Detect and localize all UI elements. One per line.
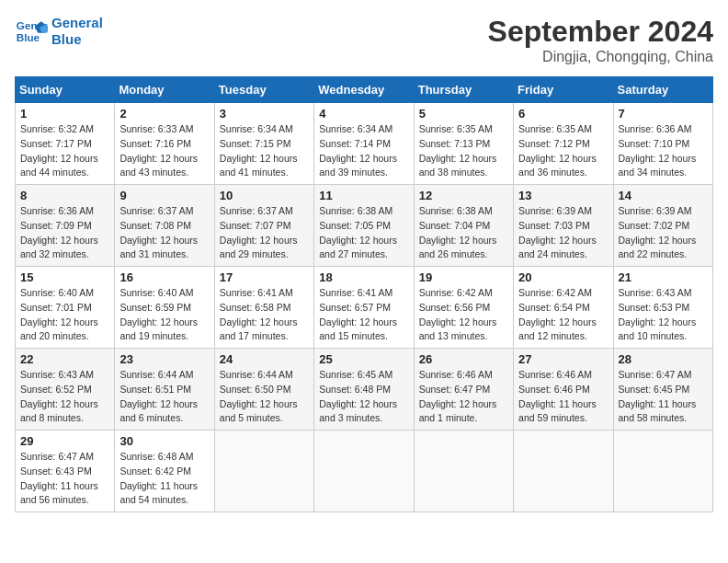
calendar-week-row: 22Sunrise: 6:43 AM Sunset: 6:52 PM Dayli…: [16, 349, 713, 431]
calendar-week-row: 1Sunrise: 6:32 AM Sunset: 7:17 PM Daylig…: [16, 103, 713, 185]
calendar-cell: 16Sunrise: 6:40 AM Sunset: 6:59 PM Dayli…: [115, 267, 214, 349]
calendar-table: SundayMondayTuesdayWednesdayThursdayFrid…: [15, 76, 713, 512]
calendar-cell: 5Sunrise: 6:35 AM Sunset: 7:13 PM Daylig…: [414, 103, 513, 185]
day-number: 26: [419, 352, 508, 366]
day-number: 6: [518, 107, 608, 121]
calendar-cell: 4Sunrise: 6:34 AM Sunset: 7:14 PM Daylig…: [314, 103, 414, 185]
calendar-cell: 1Sunrise: 6:32 AM Sunset: 7:17 PM Daylig…: [16, 103, 115, 185]
day-number: 5: [419, 107, 508, 121]
day-number: 30: [119, 434, 209, 448]
day-number: 25: [319, 352, 408, 366]
calendar-week-row: 29Sunrise: 6:47 AM Sunset: 6:43 PM Dayli…: [16, 431, 713, 512]
title-block: September 2024 Dingjia, Chongqing, China: [488, 15, 713, 65]
calendar-cell: 8Sunrise: 6:36 AM Sunset: 7:09 PM Daylig…: [16, 185, 115, 267]
day-info: Sunrise: 6:39 AM Sunset: 7:03 PM Dayligh…: [518, 204, 608, 262]
day-number: 24: [220, 352, 309, 366]
logo-text-blue: Blue: [51, 31, 103, 48]
day-info: Sunrise: 6:47 AM Sunset: 6:45 PM Dayligh…: [619, 368, 708, 426]
calendar-cell: 28Sunrise: 6:47 AM Sunset: 6:45 PM Dayli…: [613, 349, 712, 431]
day-number: 17: [220, 270, 309, 284]
weekday-header: Monday: [115, 77, 214, 103]
calendar-cell: 29Sunrise: 6:47 AM Sunset: 6:43 PM Dayli…: [16, 431, 115, 512]
logo-text-general: General: [51, 15, 103, 31]
day-number: 29: [20, 434, 109, 448]
day-info: Sunrise: 6:39 AM Sunset: 7:02 PM Dayligh…: [619, 204, 708, 262]
calendar-cell: 22Sunrise: 6:43 AM Sunset: 6:52 PM Dayli…: [16, 349, 115, 431]
day-info: Sunrise: 6:35 AM Sunset: 7:12 PM Dayligh…: [518, 122, 608, 180]
day-info: Sunrise: 6:38 AM Sunset: 7:05 PM Dayligh…: [319, 204, 408, 262]
calendar-cell: 24Sunrise: 6:44 AM Sunset: 6:50 PM Dayli…: [214, 349, 313, 431]
calendar-cell: 18Sunrise: 6:41 AM Sunset: 6:57 PM Dayli…: [314, 267, 414, 349]
weekday-header: Wednesday: [314, 77, 414, 103]
day-number: 8: [20, 189, 109, 202]
day-info: Sunrise: 6:37 AM Sunset: 7:07 PM Dayligh…: [220, 204, 309, 262]
calendar-cell: [613, 431, 712, 512]
day-info: Sunrise: 6:45 AM Sunset: 6:48 PM Dayligh…: [319, 368, 408, 426]
day-info: Sunrise: 6:43 AM Sunset: 6:52 PM Dayligh…: [20, 368, 109, 426]
day-number: 3: [220, 107, 309, 121]
calendar-cell: 30Sunrise: 6:48 AM Sunset: 6:42 PM Dayli…: [115, 431, 214, 512]
day-number: 23: [119, 352, 209, 366]
day-number: 16: [119, 270, 209, 284]
calendar-header-row: SundayMondayTuesdayWednesdayThursdayFrid…: [16, 77, 713, 103]
day-info: Sunrise: 6:33 AM Sunset: 7:16 PM Dayligh…: [119, 122, 209, 180]
day-info: Sunrise: 6:46 AM Sunset: 6:47 PM Dayligh…: [419, 368, 508, 426]
day-number: 21: [619, 270, 708, 284]
logo-icon: General Blue: [15, 15, 48, 48]
day-info: Sunrise: 6:34 AM Sunset: 7:15 PM Dayligh…: [220, 122, 309, 180]
calendar-cell: 13Sunrise: 6:39 AM Sunset: 7:03 PM Dayli…: [514, 185, 613, 267]
weekday-header: Friday: [514, 77, 613, 103]
day-info: Sunrise: 6:36 AM Sunset: 7:10 PM Dayligh…: [619, 122, 708, 180]
calendar-cell: 27Sunrise: 6:46 AM Sunset: 6:46 PM Dayli…: [514, 349, 613, 431]
day-number: 14: [619, 189, 708, 202]
day-number: 13: [518, 189, 608, 202]
day-info: Sunrise: 6:41 AM Sunset: 6:58 PM Dayligh…: [220, 286, 309, 344]
day-info: Sunrise: 6:43 AM Sunset: 6:53 PM Dayligh…: [619, 286, 708, 344]
day-number: 9: [119, 189, 209, 202]
day-info: Sunrise: 6:40 AM Sunset: 6:59 PM Dayligh…: [119, 286, 209, 344]
calendar-cell: 17Sunrise: 6:41 AM Sunset: 6:58 PM Dayli…: [214, 267, 313, 349]
day-number: 4: [319, 107, 408, 121]
location-title: Dingjia, Chongqing, China: [488, 49, 713, 65]
day-number: 1: [20, 107, 109, 121]
calendar-cell: 11Sunrise: 6:38 AM Sunset: 7:05 PM Dayli…: [314, 185, 414, 267]
day-number: 19: [419, 270, 508, 284]
day-number: 18: [319, 270, 408, 284]
calendar-cell: 25Sunrise: 6:45 AM Sunset: 6:48 PM Dayli…: [314, 349, 414, 431]
day-number: 22: [20, 352, 109, 366]
day-info: Sunrise: 6:38 AM Sunset: 7:04 PM Dayligh…: [419, 204, 508, 262]
calendar-cell: 20Sunrise: 6:42 AM Sunset: 6:54 PM Dayli…: [514, 267, 613, 349]
calendar-cell: 2Sunrise: 6:33 AM Sunset: 7:16 PM Daylig…: [115, 103, 214, 185]
day-info: Sunrise: 6:42 AM Sunset: 6:54 PM Dayligh…: [518, 286, 608, 344]
calendar-cell: 7Sunrise: 6:36 AM Sunset: 7:10 PM Daylig…: [613, 103, 712, 185]
calendar-cell: [214, 431, 313, 512]
weekday-header: Sunday: [16, 77, 115, 103]
day-number: 20: [518, 270, 608, 284]
calendar-cell: 12Sunrise: 6:38 AM Sunset: 7:04 PM Dayli…: [414, 185, 513, 267]
weekday-header: Saturday: [613, 77, 712, 103]
month-title: September 2024: [488, 15, 713, 49]
day-info: Sunrise: 6:47 AM Sunset: 6:43 PM Dayligh…: [20, 450, 109, 508]
day-number: 7: [619, 107, 708, 121]
day-number: 12: [419, 189, 508, 202]
calendar-cell: 3Sunrise: 6:34 AM Sunset: 7:15 PM Daylig…: [214, 103, 313, 185]
calendar-cell: 15Sunrise: 6:40 AM Sunset: 7:01 PM Dayli…: [16, 267, 115, 349]
day-info: Sunrise: 6:48 AM Sunset: 6:42 PM Dayligh…: [119, 450, 209, 508]
day-info: Sunrise: 6:40 AM Sunset: 7:01 PM Dayligh…: [20, 286, 109, 344]
day-info: Sunrise: 6:44 AM Sunset: 6:51 PM Dayligh…: [119, 368, 209, 426]
calendar-week-row: 15Sunrise: 6:40 AM Sunset: 7:01 PM Dayli…: [16, 267, 713, 349]
logo: General Blue General Blue: [15, 15, 103, 48]
calendar-cell: 21Sunrise: 6:43 AM Sunset: 6:53 PM Dayli…: [613, 267, 712, 349]
calendar-cell: 10Sunrise: 6:37 AM Sunset: 7:07 PM Dayli…: [214, 185, 313, 267]
day-info: Sunrise: 6:37 AM Sunset: 7:08 PM Dayligh…: [119, 204, 209, 262]
day-number: 28: [619, 352, 708, 366]
calendar-cell: 23Sunrise: 6:44 AM Sunset: 6:51 PM Dayli…: [115, 349, 214, 431]
calendar-cell: [314, 431, 414, 512]
calendar-cell: 9Sunrise: 6:37 AM Sunset: 7:08 PM Daylig…: [115, 185, 214, 267]
day-info: Sunrise: 6:35 AM Sunset: 7:13 PM Dayligh…: [419, 122, 508, 180]
weekday-header: Thursday: [414, 77, 513, 103]
day-info: Sunrise: 6:32 AM Sunset: 7:17 PM Dayligh…: [20, 122, 109, 180]
calendar-cell: 19Sunrise: 6:42 AM Sunset: 6:56 PM Dayli…: [414, 267, 513, 349]
day-info: Sunrise: 6:46 AM Sunset: 6:46 PM Dayligh…: [518, 368, 608, 426]
calendar-week-row: 8Sunrise: 6:36 AM Sunset: 7:09 PM Daylig…: [16, 185, 713, 267]
